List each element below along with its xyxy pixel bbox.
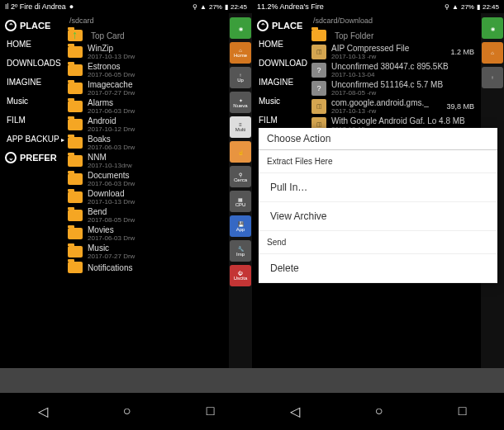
archive-icon: ◫: [311, 99, 326, 114]
status-bar: Il 2º Fire di Andrea ● ⚲ ▲ 27% ▮ 22:45: [0, 0, 252, 13]
tool-home[interactable]: ⌂Home: [230, 42, 251, 64]
sidebar-item-download[interactable]: DOWNLOAD: [252, 54, 308, 73]
modal-item-delete[interactable]: Delete: [259, 254, 497, 283]
tool-multi[interactable]: ≡Multi: [230, 116, 251, 138]
file-row[interactable]: Alarms 2017-06-03 Drw: [64, 97, 229, 116]
sidebar-item-film[interactable]: FILM: [0, 111, 64, 130]
tool-finger[interactable]: ☝: [230, 141, 251, 163]
wifi-icon: ▲: [452, 3, 459, 11]
tool-location[interactable]: ◉: [230, 17, 251, 39]
file-meta: 2017-10-13drw: [88, 162, 226, 169]
file-name: Alarms: [88, 98, 226, 107]
folder-icon: [68, 101, 83, 112]
tool-up[interactable]: ↑: [482, 67, 503, 88]
arrow-up-icon: ↑: [72, 28, 78, 41]
sidebar-item-film[interactable]: FILM: [252, 111, 308, 130]
folder-icon: [68, 173, 83, 185]
sidebar-item-downloads[interactable]: DOWNLOADS: [0, 54, 64, 73]
tool-new[interactable]: ✦Nueva: [230, 92, 251, 113]
sidebar-header-prefer[interactable]: ⌄ PREFER: [0, 149, 64, 167]
file-row[interactable]: Notifications: [64, 261, 229, 274]
file-meta: 2017-10-12 Drw: [88, 125, 226, 133]
up-folder[interactable]: ↑ Top Card: [64, 28, 229, 43]
sidebar-item-music[interactable]: Music: [252, 92, 308, 111]
file-row[interactable]: Imagecache 2017-07-27 Drw: [64, 79, 229, 97]
folder-icon: [68, 46, 83, 58]
file-row[interactable]: Bend 2017-08-05 Drw: [64, 206, 229, 224]
breadcrumb-path: /sdcard: [64, 13, 229, 28]
modal-item-extract[interactable]: Extract Files Here: [259, 150, 497, 173]
nav-back-button[interactable]: ◁: [38, 404, 48, 419]
tool-cpu[interactable]: ▦CPU: [230, 191, 251, 212]
chevron-up-icon: ⌃: [257, 20, 269, 31]
tool-up[interactable]: ↑Up: [230, 67, 251, 88]
file-meta: 2017-10-13-04: [331, 71, 478, 78]
file-name: com.google.android.gms._: [331, 98, 441, 107]
file-meta: 2017-10-13 -rw: [331, 107, 441, 115]
file-row[interactable]: Boaks 2017-06-03 Drw: [64, 134, 229, 152]
file-meta: 2017-07-27 Drw: [88, 89, 226, 97]
sidebar-item-imagine[interactable]: IMAGINE: [0, 73, 64, 92]
file-row[interactable]: Android 2017-10-12 Drw: [64, 116, 229, 134]
file-meta: 2017-08-05 Drw: [88, 216, 226, 224]
nav-recent-button[interactable]: □: [207, 404, 215, 419]
clock: 22:45: [231, 3, 247, 11]
file-meta: 2017-06-05 Drw: [88, 71, 226, 78]
file-row[interactable]: ? Unconfirmed 380447.c 895.5KB 2017-10-1…: [308, 61, 481, 79]
sidebar-item-music[interactable]: Music: [0, 92, 64, 111]
file-name: Unconfirmed 380447.c 895.5KB: [331, 62, 478, 71]
file-name: Documents: [88, 171, 226, 180]
modal-item-view-archive[interactable]: View Archive: [259, 202, 497, 231]
file-row[interactable]: ◫ AIP Compressed File 2017-10-13 -rw 1.2…: [308, 43, 481, 61]
modal-item-send[interactable]: Send: [259, 231, 497, 254]
tool-app[interactable]: 💾App: [230, 215, 251, 237]
tool-location[interactable]: ◉: [482, 17, 503, 39]
bluetooth-icon: ⚲: [193, 3, 197, 11]
sidebar-item-appbackup[interactable]: APP BACKUP ▸: [0, 130, 64, 149]
file-row[interactable]: NNM 2017-10-13drw: [64, 152, 229, 170]
sidebar-header-place[interactable]: ⌃ PLACE: [0, 17, 64, 35]
file-name: Music: [88, 243, 226, 253]
file-row[interactable]: ? Unconfirmed 511164.c 5.7 MB 2017-08-05…: [308, 79, 481, 97]
folder-icon: [311, 30, 326, 41]
chevron-up-icon: ⌃: [5, 20, 17, 31]
file-row[interactable]: Movies 2017-06-03 Drw: [64, 224, 229, 243]
file-size: 1.2 MB: [450, 48, 478, 56]
sidebar-item-imagine[interactable]: IMAGINE: [252, 73, 308, 92]
file-row[interactable]: Download 2017-10-13 Drw: [64, 188, 229, 206]
sidebar-item-home[interactable]: HOME: [252, 35, 308, 54]
file-row[interactable]: Music 2017-07-27 Drw: [64, 243, 229, 261]
status-bar: 11.2% Andrea's Fire ⚲ ▲ 27% ▮ 22:45: [252, 0, 504, 13]
file-name: WinZip: [88, 44, 226, 53]
folder-icon: [68, 83, 83, 94]
action-modal: Choose Action Extract Files Here Pull In…: [259, 128, 497, 283]
file-meta: 2017-07-27 Drw: [88, 253, 226, 260]
file-name: NNM: [88, 153, 226, 162]
notification-dot-icon: ●: [69, 2, 74, 11]
file-name: Android: [88, 116, 226, 125]
tool-search[interactable]: ⚲Cerca: [230, 166, 251, 187]
tool-settings[interactable]: 🔧Imp: [230, 240, 251, 262]
file-row[interactable]: ◫ com.google.android.gms._ 2017-10-13 -r…: [308, 97, 481, 116]
nav-home-button[interactable]: ○: [375, 404, 383, 419]
file-name: Movies: [88, 225, 226, 234]
file-list[interactable]: /sdcard ↑ Top Card WinZip 2017-10-13 Drw…: [64, 13, 229, 368]
nav-home-button[interactable]: ○: [123, 404, 131, 419]
modal-item-pullin[interactable]: Pull In…: [259, 173, 497, 202]
file-row[interactable]: Estronos 2017-06-05 Drw: [64, 61, 229, 79]
file-row[interactable]: Documents 2017-06-03 Drw: [64, 170, 229, 188]
file-name: Imagecache: [88, 80, 226, 89]
status-title: Il 2º Fire di Andrea: [5, 2, 66, 11]
folder-icon: [68, 155, 83, 167]
unknown-icon: ?: [311, 63, 326, 78]
nav-back-button[interactable]: ◁: [290, 404, 300, 419]
sidebar-header-place[interactable]: ⌃ PLACE: [252, 17, 308, 35]
folder-icon: [68, 246, 83, 258]
nav-recent-button[interactable]: □: [459, 404, 467, 419]
tool-exit[interactable]: ⏻Uscita: [230, 265, 251, 286]
sidebar-item-home[interactable]: HOME: [0, 35, 64, 54]
up-folder[interactable]: Top Folder: [308, 28, 481, 43]
file-row[interactable]: WinZip 2017-10-13 Drw: [64, 43, 229, 61]
file-name: Notifications: [88, 263, 226, 272]
tool-home[interactable]: ⌂: [482, 42, 503, 64]
